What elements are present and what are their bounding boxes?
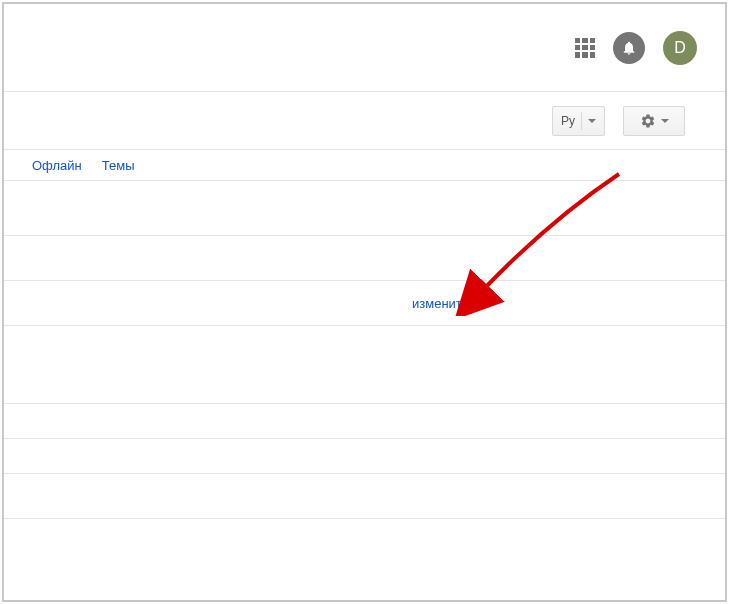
bell-icon <box>621 40 637 56</box>
app-window: D Ру Офлайн Темы изменить <box>2 2 727 602</box>
settings-gear-button[interactable] <box>623 106 685 136</box>
avatar[interactable]: D <box>663 31 697 65</box>
gear-icon <box>640 113 656 129</box>
language-label: Ру <box>561 114 575 128</box>
chevron-down-icon <box>588 119 596 123</box>
settings-toolbar: Ру <box>4 92 725 150</box>
settings-row <box>4 181 725 236</box>
settings-row <box>4 439 725 474</box>
apps-grid-icon[interactable] <box>575 38 595 58</box>
settings-row <box>4 474 725 519</box>
settings-row <box>4 326 725 404</box>
chevron-down-icon <box>661 119 669 123</box>
language-button[interactable]: Ру <box>552 106 605 136</box>
avatar-letter: D <box>674 39 686 57</box>
settings-row: изменить <box>4 281 725 326</box>
global-header: D <box>4 4 725 92</box>
settings-content: изменить <box>4 180 725 519</box>
settings-row <box>4 236 725 281</box>
separator <box>581 112 582 130</box>
settings-row <box>4 404 725 439</box>
notifications-button[interactable] <box>613 32 645 64</box>
edit-link[interactable]: изменить <box>412 296 469 311</box>
settings-tabs: Офлайн Темы <box>4 150 725 180</box>
tab-offline[interactable]: Офлайн <box>32 158 82 173</box>
tab-themes[interactable]: Темы <box>102 158 135 173</box>
